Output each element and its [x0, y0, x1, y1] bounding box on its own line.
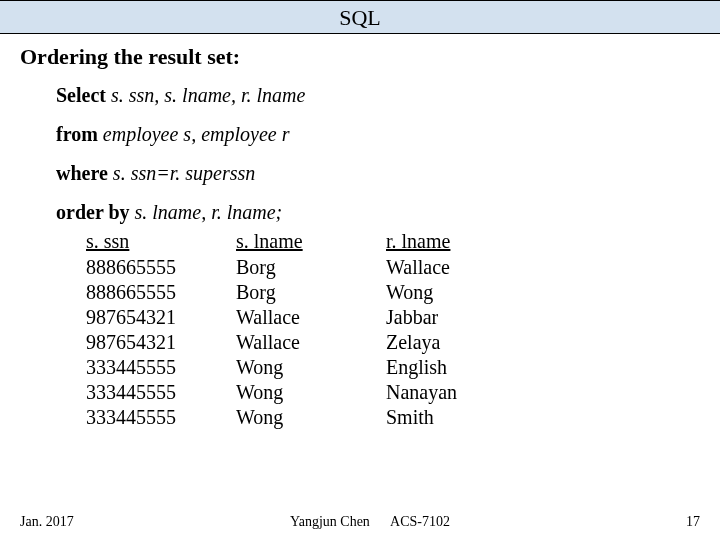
table-row: 987654321WallaceJabbar	[86, 305, 506, 330]
cell-slname: Wong	[236, 380, 386, 405]
cell-slname: Wallace	[236, 305, 386, 330]
where-body-text: s. ssn=r. superssn	[113, 162, 255, 184]
sql-query: Select s. ssn, s. lname, r. lname from e…	[20, 84, 700, 224]
cell-slname: Borg	[236, 255, 386, 280]
footer-center: Yangjun Chen ACS-7102	[280, 514, 640, 530]
cell-ssn: 888665555	[86, 280, 236, 305]
cell-ssn: 333445555	[86, 405, 236, 430]
slide-title: SQL	[0, 0, 720, 34]
cell-rlname: English	[386, 355, 506, 380]
cell-rlname: Zelaya	[386, 330, 506, 355]
select-keyword: Select	[56, 84, 106, 106]
where-clause: where s. ssn=r. superssn	[56, 162, 700, 185]
table-row: 888665555BorgWallace	[86, 255, 506, 280]
table-body: 888665555BorgWallace888665555BorgWong987…	[86, 255, 506, 430]
table-row: 333445555WongSmith	[86, 405, 506, 430]
cell-ssn: 888665555	[86, 255, 236, 280]
cell-rlname: Smith	[386, 405, 506, 430]
table-header-row: s. ssn s. lname r. lname	[86, 230, 506, 255]
cell-ssn: 987654321	[86, 330, 236, 355]
select-columns-text: s. ssn, s. lname, r. lname	[111, 84, 305, 106]
slide-footer: Jan. 2017 Yangjun Chen ACS-7102 17	[0, 514, 720, 530]
cell-rlname: Jabbar	[386, 305, 506, 330]
table-row: 987654321WallaceZelaya	[86, 330, 506, 355]
footer-date: Jan. 2017	[20, 514, 280, 530]
cell-slname: Wong	[236, 355, 386, 380]
from-keyword: from	[56, 123, 98, 145]
orderby-clause: order by s. lname, r. lname;	[56, 201, 700, 224]
result-table-wrap: s. ssn s. lname r. lname 888665555BorgWa…	[20, 230, 700, 430]
from-body-text: employee s, employee r	[103, 123, 290, 145]
header-ssn: s. ssn	[86, 230, 236, 255]
orderby-keyword: order by	[56, 201, 130, 223]
slide: SQL Ordering the result set: Select s. s…	[0, 0, 720, 540]
table-row: 333445555WongEnglish	[86, 355, 506, 380]
table-row: 333445555WongNanayan	[86, 380, 506, 405]
cell-rlname: Nanayan	[386, 380, 506, 405]
footer-page: 17	[640, 514, 700, 530]
footer-course: ACS-7102	[390, 514, 450, 529]
header-slname: s. lname	[236, 230, 386, 255]
cell-slname: Wong	[236, 405, 386, 430]
cell-slname: Wallace	[236, 330, 386, 355]
where-keyword: where	[56, 162, 108, 184]
cell-ssn: 333445555	[86, 380, 236, 405]
footer-author: Yangjun Chen	[290, 514, 370, 529]
cell-ssn: 333445555	[86, 355, 236, 380]
cell-rlname: Wallace	[386, 255, 506, 280]
cell-rlname: Wong	[386, 280, 506, 305]
slide-content: Ordering the result set: Select s. ssn, …	[0, 34, 720, 430]
select-clause: Select s. ssn, s. lname, r. lname	[56, 84, 700, 107]
section-heading: Ordering the result set:	[20, 44, 700, 70]
header-rlname: r. lname	[386, 230, 506, 255]
table-row: 888665555BorgWong	[86, 280, 506, 305]
orderby-body-text: s. lname, r. lname;	[135, 201, 283, 223]
from-clause: from employee s, employee r	[56, 123, 700, 146]
cell-ssn: 987654321	[86, 305, 236, 330]
result-table: s. ssn s. lname r. lname 888665555BorgWa…	[86, 230, 506, 430]
cell-slname: Borg	[236, 280, 386, 305]
